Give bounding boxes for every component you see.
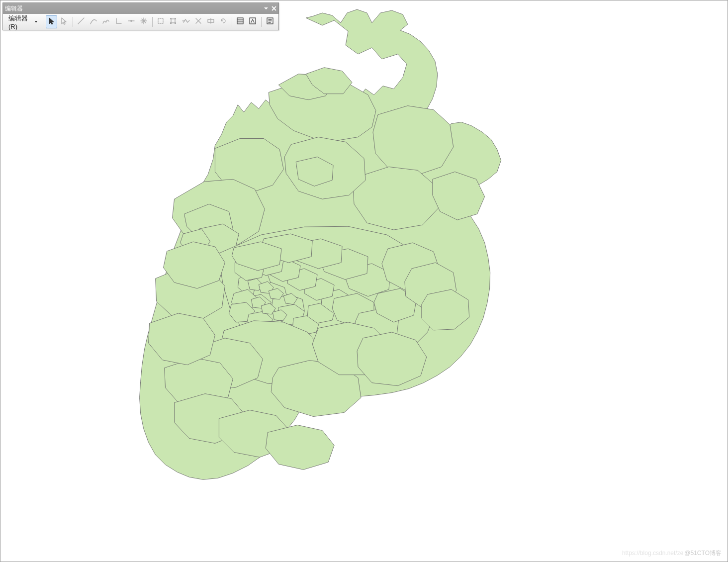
split-icon: [206, 16, 215, 27]
watermark-url: https://blog.csdn.net/ze: [622, 550, 683, 557]
watermark-text: @51CTO博客: [684, 549, 722, 558]
arc-icon: [89, 16, 98, 27]
pointer-solid-icon: [47, 16, 56, 27]
create-features-icon: [266, 16, 274, 27]
right-angle-button: [113, 15, 124, 28]
svg-point-3: [130, 20, 132, 22]
separator: [232, 17, 232, 27]
sketch-props-icon: [248, 16, 257, 27]
editor-menu-button[interactable]: 编辑器(R): [6, 12, 40, 32]
svg-rect-10: [170, 18, 172, 19]
split-tool-button: [205, 15, 216, 28]
rotate-tool-button: [218, 15, 229, 28]
midpoint-button: [125, 15, 137, 28]
trace-button: [100, 15, 112, 28]
separator: [261, 17, 262, 27]
map-canvas[interactable]: [0, 0, 728, 562]
reshape-icon: [182, 16, 190, 27]
editor-toolbar-window[interactable]: 编辑器 编辑器(R): [2, 2, 279, 30]
sketch-properties-button[interactable]: [247, 15, 259, 28]
right-angle-icon: [114, 16, 123, 27]
trace-icon: [101, 16, 110, 27]
editor-toolbar-row: 编辑器(R): [3, 14, 278, 30]
svg-rect-8: [158, 18, 163, 23]
svg-rect-22: [250, 18, 256, 24]
svg-rect-19: [237, 18, 243, 24]
cut-icon: [194, 16, 203, 27]
point-button: [155, 15, 167, 28]
rect-dash-icon: [156, 16, 165, 27]
watermark: https://blog.csdn.net/ze @51CTO博客: [622, 549, 722, 558]
edit-vertices-button: [168, 15, 179, 28]
midpoint-icon: [127, 16, 136, 27]
editor-toolbar-titlebar[interactable]: 编辑器: [3, 3, 278, 14]
separator: [152, 17, 153, 27]
editor-menu-label: 编辑器(R): [8, 14, 33, 30]
app-frame: 编辑器 编辑器(R) https://blog.csdn.net/ze @51C…: [0, 0, 728, 562]
edit-tool-button[interactable]: [46, 15, 57, 28]
svg-rect-9: [171, 19, 175, 23]
close-icon[interactable]: [272, 6, 276, 11]
end-point-arc-button: [88, 15, 99, 28]
svg-line-1: [78, 18, 84, 24]
distance-distance-button: [138, 15, 149, 28]
svg-rect-12: [170, 22, 172, 24]
edit-annotation-tool-button: [58, 15, 70, 28]
pointer-outline-icon: [60, 16, 69, 27]
create-features-button[interactable]: [264, 15, 275, 28]
toolbar-title: 编辑器: [5, 4, 23, 13]
burst-icon: [139, 16, 148, 27]
rotate-icon: [219, 16, 228, 27]
reshape-feature-button: [180, 15, 191, 28]
svg-rect-13: [175, 22, 176, 24]
separator: [73, 17, 73, 27]
rect-nodes-icon: [169, 16, 178, 27]
line-icon: [77, 16, 86, 27]
toolbar-options-icon[interactable]: [264, 6, 269, 11]
cut-polygons-button: [192, 15, 204, 28]
straight-segment-button: [75, 15, 87, 28]
separator: [43, 17, 43, 27]
attributes-icon: [236, 16, 245, 27]
attributes-button[interactable]: [235, 15, 246, 28]
svg-rect-11: [175, 18, 176, 19]
